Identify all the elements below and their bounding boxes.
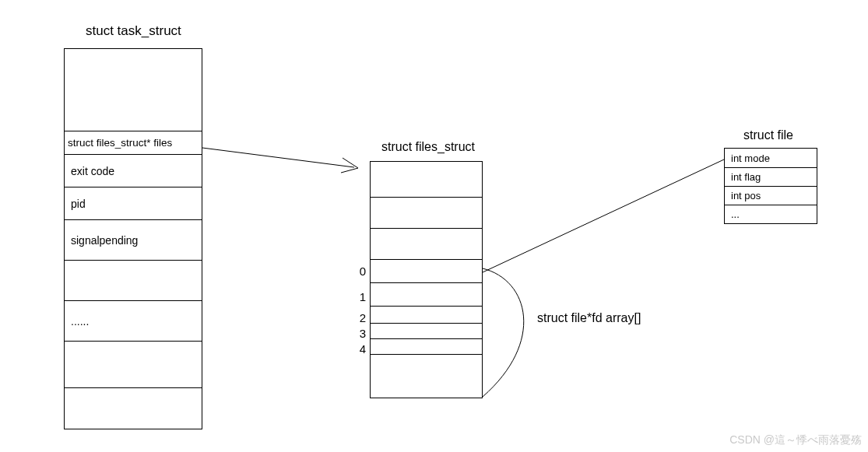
task-struct-rest: ...... [65,300,202,341]
task-struct-title: stuct task_struct [86,23,181,39]
fd-index-4: 4 [350,342,366,356]
svg-line-1 [483,159,724,272]
file-pos: int pos [725,186,817,205]
file-rest: ... [725,205,817,223]
task-struct-empty-top [65,49,202,131]
files-struct-header-0 [371,162,482,197]
task-struct-exit-code: exit code [65,154,202,187]
files-struct-header-1 [371,197,482,228]
fd-index-2: 2 [350,311,366,324]
files-struct-row-2 [371,306,482,323]
fd-index-3: 3 [350,327,366,340]
watermark: CSDN @這～悸べ雨落憂殇 [729,433,862,447]
file-flag: int flag [725,167,817,186]
task-struct-empty-gap [65,341,202,387]
task-struct-empty-bottom [65,387,202,430]
task-struct-pid: pid [65,187,202,219]
task-struct-files-field: struct files_struct* files [65,131,202,154]
files-struct-title: struct files_struct [381,140,475,154]
files-struct-row-0 [371,259,482,282]
files-struct-row-4 [371,338,482,354]
fd-index-0: 0 [350,265,366,278]
svg-line-0 [202,148,354,167]
task-struct-box: struct files_struct* files exit code pid… [64,48,202,429]
files-struct-row-1 [371,282,482,306]
files-struct-header-2 [371,228,482,259]
task-struct-signalpending: signalpending [65,219,202,260]
fd-array-label: struct file*fd array[] [537,311,641,325]
file-mode: int mode [725,149,817,167]
files-struct-tail [371,354,482,399]
file-title: struct file [743,128,793,142]
fd-index-1: 1 [350,290,366,303]
files-struct-row-3 [371,323,482,338]
file-box: int mode int flag int pos ... [724,148,817,224]
task-struct-empty-mid [65,260,202,300]
files-struct-box [370,161,483,398]
